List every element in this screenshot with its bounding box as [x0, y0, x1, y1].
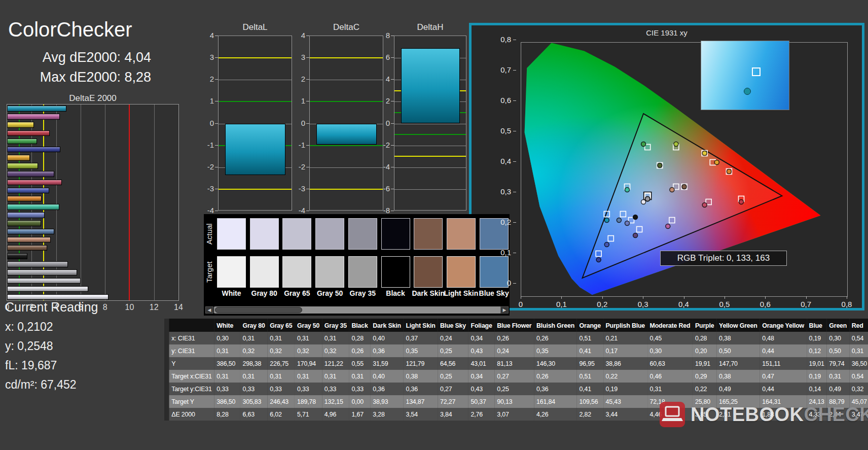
cie-x-tick-mark — [643, 296, 643, 299]
value-cell: 90,13 — [494, 395, 534, 408]
swatch-scrollbar-thumb[interactable] — [215, 307, 302, 313]
column-header: Gray 65 — [267, 319, 295, 332]
current-reading-fl: fL: 19,687 — [5, 359, 57, 372]
value-cell: 38,93 — [371, 395, 404, 408]
deltae-bar-moderate-red — [7, 180, 62, 186]
value-cell: 43,01 — [468, 357, 495, 370]
value-cell: 151,11 — [760, 357, 806, 370]
value-cell: 0,38 — [404, 370, 438, 383]
value-cell: 0,43 — [468, 383, 495, 395]
value-cell: 0,12 — [807, 344, 827, 357]
value-cell: 0,28 — [693, 332, 716, 344]
y-tick-label: 0 — [375, 119, 390, 127]
y-tick-label: -2 — [375, 141, 390, 149]
value-cell: 0,25 — [438, 370, 468, 383]
row-label: x: CIE31 — [167, 332, 214, 344]
row-label: ΔE 2000 — [167, 408, 214, 421]
measured-point-black — [633, 215, 638, 220]
value-cell: 36,50 — [849, 357, 868, 370]
value-cell: 109,56 — [577, 395, 603, 408]
cie-x-tick-label: 0,7 — [801, 300, 811, 308]
notebookcheck-wordmark: NOTEBOOKCHECK — [691, 404, 868, 426]
deltae-bar-yellow — [7, 122, 34, 128]
column-header: Gray 80 — [240, 319, 268, 332]
measured-point-yellow-green — [674, 142, 678, 147]
deltal-chart — [218, 36, 292, 211]
deltae-bar-white — [7, 294, 108, 300]
column-header: Light Skin — [404, 319, 438, 332]
deltae2000-chart-title: DeltaE 2000 — [7, 93, 179, 103]
cie-x-tick-mark — [561, 296, 562, 299]
dh-bar — [401, 48, 460, 124]
scroll-right-button[interactable]: ▶ — [500, 306, 509, 314]
value-cell: 0,30 — [214, 332, 240, 344]
y-tick-mark — [306, 123, 309, 124]
table-row: Target y:CIE310,330,330,330,330,330,330,… — [167, 383, 868, 395]
value-cell: 6,02 — [267, 408, 295, 421]
measured-point-orange — [727, 169, 731, 174]
value-cell: 0,36 — [371, 344, 404, 357]
measured-point-gray-35 — [645, 197, 650, 201]
y-tick-label: 2 — [199, 75, 214, 83]
cie-x-tick-mark — [806, 296, 807, 299]
y-tick-label: 1 — [290, 96, 305, 105]
actual-swatch-gray-35 — [348, 218, 377, 250]
cie-x-tick-label: 0,4 — [678, 300, 689, 308]
column-header: Yellow Green — [716, 319, 760, 332]
table-row: Target x:CIE310,310,310,310,310,310,310,… — [167, 370, 868, 383]
value-cell: 19,91 — [693, 357, 716, 370]
yellow-tolerance-line — [310, 57, 383, 58]
y-tick-mark — [306, 79, 309, 80]
value-cell: 298,38 — [240, 357, 268, 370]
row-label: Target y:CIE31 — [167, 383, 214, 395]
deltae-bar-orange — [7, 196, 42, 202]
table-row: y: CIE310,310,320,320,320,320,260,360,35… — [167, 344, 868, 357]
value-cell: 0,50 — [827, 344, 849, 357]
page-title: ColorChecker — [8, 18, 132, 41]
y-tick-label: 2 — [375, 96, 390, 105]
value-cell: 0,19 — [807, 332, 827, 344]
value-cell: 0,31 — [267, 332, 295, 344]
value-cell: 0,46 — [647, 370, 693, 383]
cie-x-tick-mark — [602, 296, 603, 299]
value-cell: 0,40 — [371, 332, 404, 344]
y-tick-mark — [391, 145, 394, 146]
deltae-bar-purple — [7, 171, 54, 177]
value-cell: 0,17 — [603, 344, 647, 357]
cie-x-tick-mark — [684, 296, 684, 299]
value-cell: 132,15 — [322, 395, 349, 408]
value-cell: 386,50 — [214, 357, 240, 370]
value-cell: 0,49 — [716, 383, 760, 395]
cie-x-tick-label: 0,2 — [597, 300, 607, 308]
column-header: Black — [349, 319, 371, 332]
notebookcheck-icon — [659, 401, 685, 428]
y-tick-mark — [391, 36, 394, 36]
cie-x-tick-label: 0,5 — [719, 300, 730, 308]
measured-point-magenta — [666, 224, 670, 229]
value-cell: 0,38 — [716, 370, 760, 383]
measured-point-purplish-blue — [604, 243, 609, 247]
value-cell: 0,25 — [438, 344, 468, 357]
deltae-bar-gray-35 — [7, 261, 68, 267]
value-cell: 0,31 — [267, 370, 295, 383]
value-cell: 0,20 — [693, 344, 716, 357]
measured-point-dark-skin — [682, 185, 686, 189]
y-tick-mark — [391, 57, 394, 58]
value-cell: 0,33 — [349, 383, 371, 395]
x-tick-label: 8 — [103, 303, 107, 312]
target-swatch-blue-sky — [480, 256, 509, 288]
value-cell: 0,48 — [760, 332, 806, 344]
cie-1931-panel: CIE 1931 xy — [469, 23, 864, 310]
measured-point-moderate-red — [702, 203, 707, 207]
measured-point-blue — [596, 258, 601, 262]
scroll-left-button[interactable]: ◀ — [205, 306, 213, 314]
x-tick-label: 14 — [174, 303, 183, 312]
swatch-scrollbar-track[interactable] — [214, 306, 508, 314]
cie-x-tick-mark — [521, 296, 521, 299]
y-tick-label: 4 — [375, 75, 390, 83]
y-tick-mark — [391, 167, 394, 167]
gridline — [394, 189, 466, 190]
value-cell: 0,26 — [349, 344, 371, 357]
value-cell: 6,63 — [240, 408, 268, 421]
deltae-bar-magenta — [7, 114, 60, 120]
